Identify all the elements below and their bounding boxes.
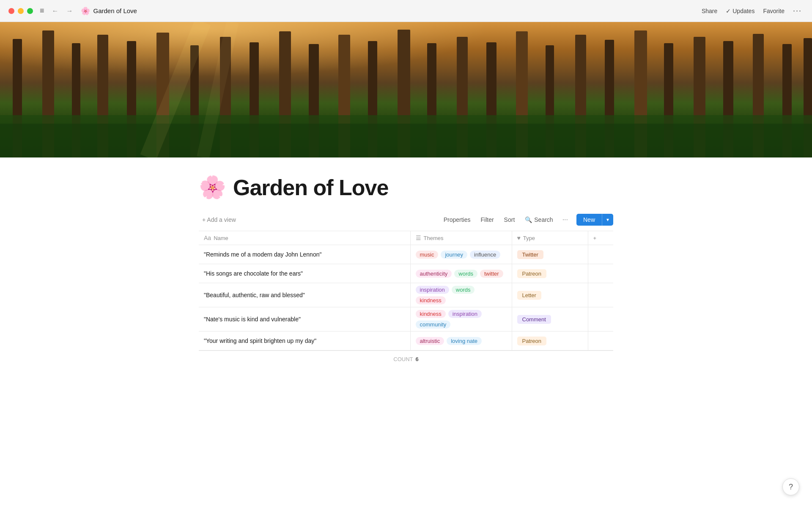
page-icon: 🌸 [81,6,90,16]
theme-tag-twitter[interactable]: twitter [480,270,503,278]
minimize-button[interactable] [18,8,24,14]
check-icon: ✓ [726,8,731,14]
page-title-area: 🌸 Garden of Love [199,157,613,210]
col-header-add[interactable]: + [588,231,613,245]
cell-type-3: Comment [512,307,588,331]
cell-themes-3: kindnessinspirationcommunity [410,307,512,331]
cell-themes-1: authenticitywordstwitter [410,264,512,283]
theme-tag-loving-nate[interactable]: loving nate [447,337,482,345]
theme-tag-kindness[interactable]: kindness [416,296,446,304]
theme-tag-words[interactable]: words [454,270,477,278]
new-button[interactable]: New [576,214,602,226]
more-options-button[interactable]: ··· [793,6,802,15]
row-name-text-2[interactable]: "Beautiful, authentic, raw and blessed" [199,286,410,304]
cell-name-3: "Nate's music is kind and vulnerable" [199,307,410,331]
theme-tag-kindness[interactable]: kindness [416,310,446,318]
cell-themes-2: inspirationwordskindness [410,283,512,307]
add-view-button[interactable]: + Add a view [199,215,239,225]
back-button[interactable]: ← [49,6,61,16]
theme-tag-music[interactable]: music [416,251,439,259]
type-badge-2[interactable]: Letter [517,291,541,300]
filter-button[interactable]: Filter [476,214,498,225]
properties-button[interactable]: Properties [439,214,475,225]
col-header-name[interactable]: Aa Name [199,231,410,245]
row-name-text-0[interactable]: "Reminds me of a modern day John Lennon" [199,245,410,264]
svg-rect-31 [0,124,812,157]
type-badge-3[interactable]: Comment [517,315,551,324]
theme-tag-journey[interactable]: journey [441,251,467,259]
type-badge-4[interactable]: Patreon [517,337,547,345]
table-row: "Beautiful, authentic, raw and blessed"i… [199,283,613,307]
table-row: "Reminds me of a modern day John Lennon"… [199,245,613,264]
toolbar-right: Properties Filter Sort 🔍 Search ··· New … [439,214,613,226]
type-badge-1[interactable]: Patreon [517,269,547,278]
theme-tag-authenticity[interactable]: authenticity [416,270,452,278]
table-row: "Nate's music is kind and vulnerable"kin… [199,307,613,331]
more-toolbar-button[interactable]: ··· [559,214,571,226]
traffic-lights [8,8,33,14]
theme-tag-inspiration[interactable]: inspiration [416,286,449,294]
search-button[interactable]: 🔍 Search [521,214,557,225]
titlebar-page-title: Garden of Love [93,7,137,14]
cell-add-0 [588,245,613,264]
table-row: "His songs are chocolate for the ears"au… [199,264,613,283]
cell-type-0: Twitter [512,245,588,264]
page-title: 🌸 Garden of Love [199,174,613,200]
share-button[interactable]: Share [702,8,717,14]
type-col-icon: ♥ [517,235,521,241]
cell-add-3 [588,307,613,331]
page-breadcrumb: 🌸 Garden of Love [81,6,137,16]
add-col-icon[interactable]: + [593,235,597,241]
row-name-text-4[interactable]: "Your writing and spirit brighten up my … [199,331,410,350]
cell-name-4: "Your writing and spirit brighten up my … [199,331,410,351]
col-header-type[interactable]: ♥ Type [512,231,588,245]
row-name-text-1[interactable]: "His songs are chocolate for the ears" [199,264,410,283]
cell-add-4 [588,331,613,351]
cell-add-1 [588,264,613,283]
db-toolbar: + Add a view Properties Filter Sort 🔍 Se… [199,210,613,231]
type-badge-0[interactable]: Twitter [517,250,543,259]
database-table: Aa Name ☰ Themes ♥ Type [199,231,613,351]
page-emoji: 🌸 [199,174,226,200]
new-dropdown-button[interactable]: ▾ [602,214,613,226]
cell-name-0: "Reminds me of a modern day John Lennon" [199,245,410,264]
cell-type-2: Letter [512,283,588,307]
help-button[interactable]: ? [782,478,799,495]
count-label: COUNT [393,356,413,362]
close-button[interactable] [8,8,14,14]
count-value: 6 [415,356,418,362]
new-button-group: New ▾ [576,214,613,226]
name-col-icon: Aa [204,235,211,241]
cover-forest [0,22,812,157]
row-name-text-3[interactable]: "Nate's music is kind and vulnerable" [199,310,410,329]
themes-col-icon: ☰ [416,235,421,241]
table-header-row: Aa Name ☰ Themes ♥ Type [199,231,613,245]
col-header-themes[interactable]: ☰ Themes [410,231,512,245]
nav-buttons: ← → [49,6,76,16]
page-title-text: Garden of Love [233,175,388,200]
maximize-button[interactable] [27,8,33,14]
updates-button[interactable]: ✓ Updates [726,8,754,14]
cell-themes-0: musicjourneyinfluence [410,245,512,264]
favorite-button[interactable]: Favorite [763,8,785,14]
titlebar: ≡ ← → 🌸 Garden of Love Share ✓ Updates F… [0,0,812,22]
table-row: "Your writing and spirit brighten up my … [199,331,613,351]
cell-name-1: "His songs are chocolate for the ears" [199,264,410,283]
sort-button[interactable]: Sort [500,214,519,225]
cover-image [0,22,812,157]
theme-tag-altruistic[interactable]: altruistic [416,337,444,345]
menu-icon[interactable]: ≡ [40,6,44,15]
theme-tag-influence[interactable]: influence [470,251,500,259]
cell-name-2: "Beautiful, authentic, raw and blessed" [199,283,410,307]
count-bar: COUNT 6 [199,351,613,367]
forest-svg [0,22,812,157]
theme-tag-community[interactable]: community [416,320,451,329]
titlebar-actions: Share ✓ Updates Favorite ··· [702,6,802,15]
table-body: "Reminds me of a modern day John Lennon"… [199,245,613,351]
cell-themes-4: altruisticloving nate [410,331,512,351]
page-content: 🌸 Garden of Love + Add a view Properties… [131,157,681,367]
cell-type-1: Patreon [512,264,588,283]
theme-tag-words[interactable]: words [452,286,475,294]
forward-button[interactable]: → [64,6,76,16]
theme-tag-inspiration[interactable]: inspiration [448,310,482,318]
